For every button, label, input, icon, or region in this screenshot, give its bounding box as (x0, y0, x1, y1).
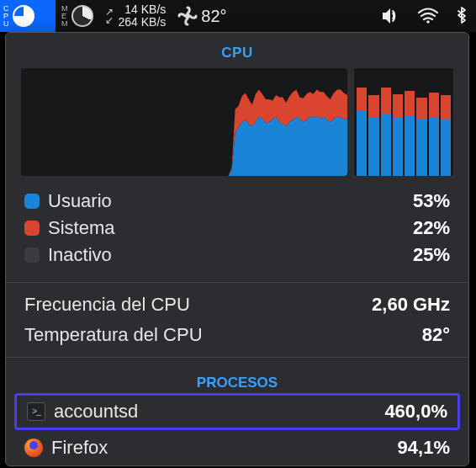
fan-icon (177, 6, 198, 26)
info-value: 82° (422, 322, 450, 348)
cpu-core-barchart[interactable] (354, 68, 453, 176)
mem-pie-icon (71, 5, 93, 27)
bluetooth-icon[interactable] (447, 7, 476, 25)
cpu-pie-icon (13, 5, 34, 27)
core-bar (381, 68, 391, 176)
info-row: Frecuencia del CPU 2,60 GHz (6, 290, 468, 320)
swatch-sys (24, 221, 40, 236)
panel-title: CPU (6, 33, 468, 68)
menubar-temp-item[interactable]: 82° (172, 0, 232, 32)
menubar-mem-item[interactable]: M E M (56, 0, 99, 32)
info-label: Frecuencia del CPU (24, 291, 190, 318)
process-name: accountsd (54, 399, 138, 424)
charts-row (6, 68, 468, 176)
info-row: Temperatura del CPU 82° (6, 320, 468, 350)
process-row[interactable]: accountsd 460,0% (14, 393, 460, 430)
core-bar (368, 68, 378, 176)
cpu-info-block: Frecuencia del CPU 2,60 GHz Temperatura … (6, 290, 468, 350)
info-label: Temperatura del CPU (24, 322, 203, 348)
info-value: 2,60 GHz (372, 291, 450, 318)
swatch-idle (24, 247, 40, 263)
net-arrows-icon: ↗↙ (105, 8, 114, 24)
app-icon (24, 439, 43, 457)
menubar-cpu-item[interactable]: C P U (0, 0, 56, 32)
menubar-temp-value: 82° (201, 7, 226, 26)
app-icon (27, 402, 45, 421)
menubar: C P U M E M ↗↙ 14 KB/s 264 KB/s 82° (0, 0, 476, 32)
wifi-icon[interactable] (409, 8, 447, 24)
mem-label: M E M (61, 5, 68, 28)
core-bar (405, 68, 415, 176)
legend-row-idle: Inactivo 25% (24, 242, 450, 269)
menubar-net-item[interactable]: ↗↙ 14 KB/s 264 KB/s (99, 0, 172, 32)
legend-label: Inactivo (48, 242, 112, 269)
core-bar (441, 68, 451, 176)
core-bar (393, 68, 403, 176)
core-bar (416, 68, 426, 176)
cpu-history-chart[interactable] (21, 68, 347, 176)
legend-value: 25% (413, 242, 450, 269)
cpu-label: C P U (3, 5, 9, 28)
process-cpu: 94,1% (398, 435, 450, 460)
svg-point-1 (426, 20, 430, 24)
legend-row-user: Usuario 53% (24, 188, 450, 215)
processes-title: PROCESOS (6, 364, 468, 391)
net-up: 264 KB/s (119, 16, 167, 29)
process-cpu: 460,0% (384, 399, 447, 424)
legend-value: 53% (413, 188, 450, 215)
divider (6, 357, 468, 358)
swatch-user (24, 194, 40, 209)
legend-label: Usuario (48, 188, 112, 215)
legend-value: 22% (413, 215, 450, 242)
legend-label: Sistema (48, 215, 114, 242)
process-row[interactable]: Firefox 94,1% (6, 432, 468, 464)
process-list: accountsd 460,0% Firefox 94,1% (6, 393, 468, 464)
net-down: 14 KB/s (119, 3, 167, 16)
divider (6, 282, 468, 283)
net-values: 14 KB/s 264 KB/s (119, 3, 167, 29)
legend-row-sys: Sistema 22% (24, 215, 450, 242)
cpu-dropdown-panel: CPU (5, 32, 469, 466)
core-bar (357, 68, 367, 176)
core-bar (429, 68, 439, 176)
cpu-legend: Usuario 53% Sistema 22% Inactivo 25% (6, 176, 468, 275)
process-name: Firefox (51, 435, 108, 460)
volume-icon[interactable] (372, 8, 409, 24)
